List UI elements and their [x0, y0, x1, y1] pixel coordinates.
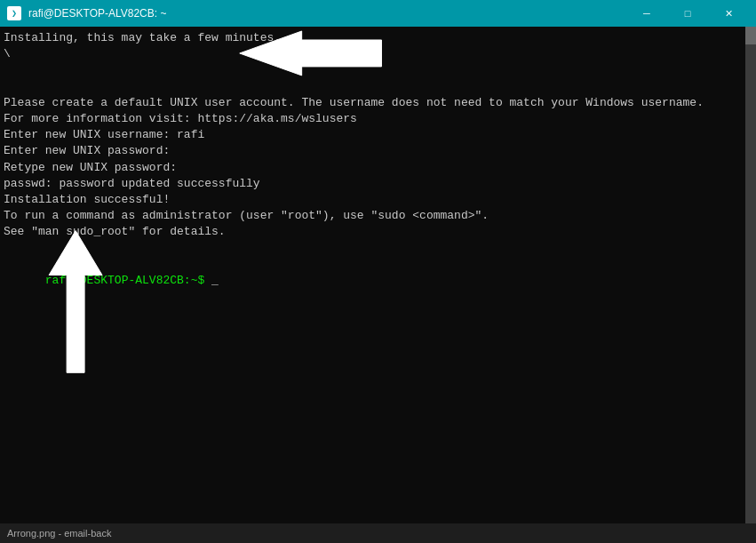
- terminal-content[interactable]: Installing, this may take a few minutes.…: [0, 27, 745, 523]
- terminal-line-9: Installation successful!: [4, 192, 742, 208]
- window-controls: ─ □ ✕: [626, 0, 749, 27]
- minimize-button[interactable]: ─: [626, 0, 667, 27]
- terminal-line-4: For more information visit: https://aka.…: [4, 111, 742, 127]
- title-bar: ❯ rafi@DESKTOP-ALV82CB: ~ ─ □ ✕: [0, 0, 756, 27]
- terminal-line-8: passwd: password updated successfully: [4, 176, 742, 192]
- terminal-line-6: Enter new UNIX password:: [4, 143, 742, 159]
- terminal-blank-1: [4, 62, 742, 78]
- terminal-blank-3: [4, 240, 742, 256]
- close-button[interactable]: ✕: [708, 0, 749, 27]
- terminal-prompt: rafi@DESKTOP-ALV82CB:~$: [45, 274, 211, 287]
- bottom-bar: Arrong.png - email-back: [0, 523, 756, 543]
- scrollbar-thumb[interactable]: [745, 27, 756, 44]
- terminal-line-3: Please create a default UNIX user accoun…: [4, 95, 742, 111]
- terminal-icon: ❯: [7, 6, 21, 20]
- terminal-line-2: \: [4, 46, 742, 62]
- terminal-blank-2: [4, 79, 742, 95]
- bottom-text: Arrong.png - email-back: [7, 528, 111, 539]
- terminal-line-7: Retype new UNIX password:: [4, 160, 742, 176]
- terminal-cursor: _: [211, 274, 219, 287]
- terminal-line-10: To run a command as administrator (user …: [4, 208, 742, 224]
- terminal-line-11: See "man sudo_root" for details.: [4, 224, 742, 240]
- scrollbar[interactable]: [745, 27, 756, 523]
- terminal-line-1: Installing, this may take a few minutes.…: [4, 30, 742, 46]
- terminal-prompt-line: rafi@DESKTOP-ALV82CB:~$ _: [4, 257, 742, 306]
- window-title: rafi@DESKTOP-ALV82CB: ~: [28, 7, 166, 20]
- terminal-line-5: Enter new UNIX username: rafi: [4, 127, 742, 143]
- maximize-button[interactable]: □: [667, 0, 708, 27]
- terminal-body: Installing, this may take a few minutes.…: [0, 27, 756, 523]
- title-bar-left: ❯ rafi@DESKTOP-ALV82CB: ~: [7, 6, 166, 20]
